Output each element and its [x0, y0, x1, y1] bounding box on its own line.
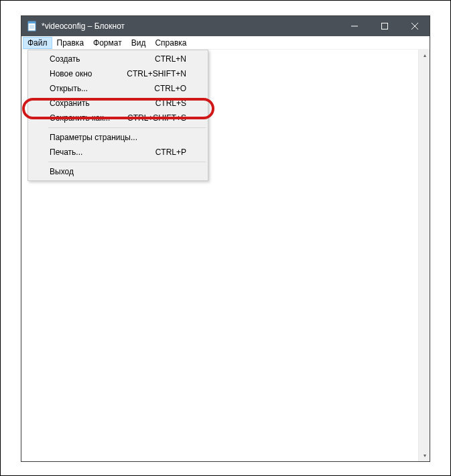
menu-item-shortcut: CTRL+O [154, 84, 186, 93]
menu-item-label: Печать... [50, 147, 82, 157]
notepad-icon [27, 21, 38, 32]
menu-format[interactable]: Формат [88, 37, 127, 49]
menu-help[interactable]: Справка [150, 37, 191, 49]
scroll-up-icon[interactable]: ▴ [419, 50, 430, 61]
titlebar[interactable]: *videoconfig – Блокнот [21, 16, 430, 36]
menu-item-label: Сохранить как... [50, 113, 110, 123]
menu-view[interactable]: Вид [127, 37, 151, 49]
window-controls [339, 16, 430, 36]
menu-item-label: Сохранить [50, 99, 90, 108]
minimize-button[interactable] [339, 16, 369, 36]
menu-item-shortcut: CTRL+S [155, 99, 186, 108]
menu-item-open[interactable]: Открыть... CTRL+O [29, 81, 206, 96]
menu-item-new[interactable]: Создать CTRL+N [29, 52, 206, 66]
window-title: *videoconfig – Блокнот [42, 21, 339, 31]
menu-item-label: Параметры страницы... [50, 133, 137, 142]
menu-item-save-as[interactable]: Сохранить как... CTRL+SHIFT+S [29, 111, 206, 125]
menu-separator [48, 162, 206, 162]
menu-item-print[interactable]: Печать... CTRL+P [29, 145, 206, 160]
menubar: Файл Правка Формат Вид Справка [21, 36, 430, 50]
file-menu-dropdown: Создать CTRL+N Новое окно CTRL+SHIFT+N О… [27, 50, 208, 181]
menu-item-shortcut: CTRL+P [155, 147, 186, 157]
maximize-button[interactable] [369, 16, 399, 36]
menu-item-label: Выход [50, 167, 74, 176]
close-button[interactable] [399, 16, 430, 36]
svg-rect-1 [28, 21, 36, 23]
menu-item-shortcut: CTRL+N [155, 54, 186, 64]
menu-edit[interactable]: Правка [52, 37, 89, 49]
menu-item-new-window[interactable]: Новое окно CTRL+SHIFT+N [29, 66, 206, 81]
menu-item-shortcut: CTRL+SHIFT+N [127, 69, 186, 78]
menu-item-label: Открыть... [50, 84, 88, 93]
vertical-scrollbar[interactable]: ▴ ▾ [418, 50, 430, 461]
svg-rect-6 [381, 23, 387, 29]
menu-item-shortcut: CTRL+SHIFT+S [127, 113, 186, 123]
menu-item-save[interactable]: Сохранить CTRL+S [29, 96, 206, 111]
menu-item-exit[interactable]: Выход [29, 164, 206, 179]
menu-item-label: Новое окно [50, 69, 92, 78]
menu-item-label: Создать [50, 54, 80, 64]
menu-item-page-setup[interactable]: Параметры страницы... [29, 130, 206, 145]
scroll-down-icon[interactable]: ▾ [419, 450, 430, 461]
menu-separator [48, 127, 206, 128]
menu-file[interactable]: Файл [23, 37, 52, 49]
notepad-window: *videoconfig – Блокнот Файл Правка Форма… [21, 15, 430, 462]
